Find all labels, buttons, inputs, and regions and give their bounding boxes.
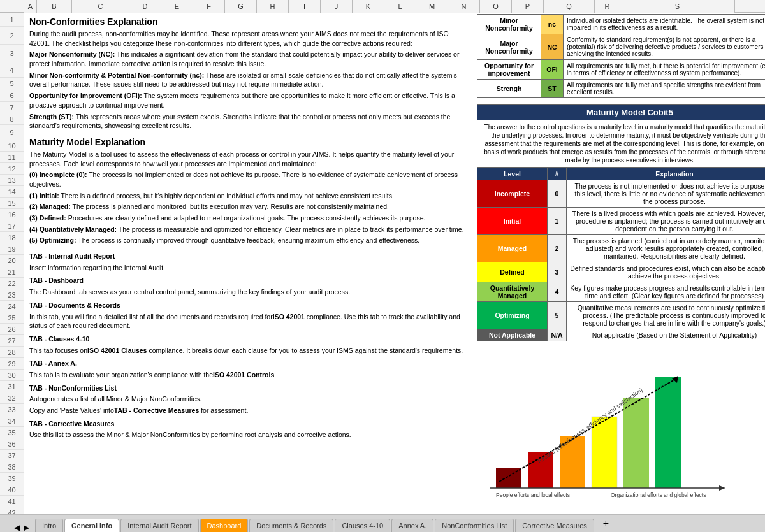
tab-clauses-title: TAB - Clauses 4-10 bbox=[29, 335, 89, 343]
tab-internal-audit-report[interactable]: Internal Audit Report bbox=[120, 519, 198, 532]
col-header-F: F bbox=[193, 0, 225, 13]
tabs-bar: ◀ ▶ IntroGeneral InfoInternal Audit Repo… bbox=[0, 514, 765, 532]
tab-general-info[interactable]: General Info bbox=[64, 519, 119, 532]
maturity-explanation: There is a lived process with which goal… bbox=[567, 208, 766, 235]
row-number-25: 25 bbox=[0, 312, 24, 324]
tab-annex-text: This tab is to evaluate your organizatio… bbox=[29, 370, 465, 380]
row-number-28: 28 bbox=[0, 347, 24, 358]
col-header-D: D bbox=[129, 0, 161, 13]
nc-ofi: Opportunity for Improvement (OFI): The s… bbox=[29, 91, 465, 110]
tab-nc-text1: Autogenerates a list of all Minor & Majo… bbox=[29, 394, 465, 404]
tab-dashboard[interactable]: Dashboard bbox=[200, 519, 249, 532]
tabs-container: IntroGeneral InfoInternal Audit ReportDa… bbox=[35, 519, 594, 532]
maturity-level: Not Applicable bbox=[477, 329, 548, 341]
tab-clauses-text: This tab focuses onISO 42001 Clauses com… bbox=[29, 346, 465, 356]
maturity-row: Optimizing5Quantitative measurements are… bbox=[477, 302, 766, 329]
col-header-E: E bbox=[161, 0, 193, 13]
nc-label: MinorNonconformity bbox=[477, 15, 541, 34]
maturity-3: (3) Defined: Procedures are clearly defi… bbox=[29, 213, 465, 223]
nav-arrows[interactable]: ◀ ▶ bbox=[13, 523, 34, 532]
maturity-level: Incomplete bbox=[477, 180, 548, 208]
nc-label: MajorNonconformity bbox=[477, 34, 541, 60]
x-label-right: Organizational efforts and global effect… bbox=[611, 492, 706, 498]
col-header-R: R bbox=[595, 0, 620, 13]
tab-clauses-4-10[interactable]: Clauses 4-10 bbox=[335, 519, 390, 532]
nc-strength: Strength (ST): This represents areas whe… bbox=[29, 112, 465, 131]
maturity-num: 4 bbox=[548, 282, 567, 302]
row-number-17: 17 bbox=[0, 220, 24, 232]
col-header-A: A bbox=[24, 0, 37, 13]
bar-3 bbox=[592, 417, 617, 488]
row-number-9: 9 bbox=[0, 125, 24, 140]
row-number-21: 21 bbox=[0, 266, 24, 278]
col-header-L: L bbox=[384, 0, 416, 13]
chart-area: Results (effectiveness, efficiency and s… bbox=[477, 348, 765, 501]
tab-cm-text: Use this list to assess the Minor & Majo… bbox=[29, 430, 465, 440]
spreadsheet: ABCDEFGHIJKLMNOPQRS 12345678910111213141… bbox=[0, 0, 765, 532]
row-number-33: 33 bbox=[0, 404, 24, 415]
nc-description: Individual or isolated defects are ident… bbox=[564, 15, 766, 34]
maturity-num: N/A bbox=[548, 329, 567, 341]
tab-annex-a.[interactable]: Annex A. bbox=[391, 519, 433, 532]
maturity-title: Maturity Model Explanation bbox=[29, 137, 145, 147]
col-header-P: P bbox=[512, 0, 544, 13]
nc-label: Opportunity forimprovement bbox=[477, 60, 541, 80]
maturity-1: (1) Initial: There is a defined process,… bbox=[29, 191, 465, 201]
tab-nc-title: TAB - NonConformities List bbox=[29, 384, 117, 392]
tab-docs-title: TAB - Documents & Records bbox=[29, 301, 120, 309]
row-number-8: 8 bbox=[0, 113, 24, 125]
col-header-H: H bbox=[257, 0, 289, 13]
nav-arrow-right[interactable]: ▶ bbox=[22, 523, 31, 532]
maturity-level: Defined bbox=[477, 262, 548, 282]
col-header-M: M bbox=[416, 0, 448, 13]
maturity-explanation: The process is planned (carried out in a… bbox=[567, 235, 766, 262]
maturity-num: 3 bbox=[548, 262, 567, 282]
right-panel: MinorNonconformityncIndividual or isolat… bbox=[477, 13, 765, 501]
maturity-row: Managed2The process is planned (carried … bbox=[477, 235, 766, 262]
col-header-B: B bbox=[37, 0, 72, 13]
row-number-12: 12 bbox=[0, 163, 24, 175]
row-number-14: 14 bbox=[0, 186, 24, 198]
row-number-34: 34 bbox=[0, 415, 24, 427]
col-header-level: Level bbox=[477, 168, 548, 180]
nc-badge: OFI bbox=[541, 60, 564, 80]
maturity-num: 1 bbox=[548, 208, 567, 235]
tab-intro[interactable]: Intro bbox=[35, 519, 63, 532]
tab-corrective-measures[interactable]: Corrective Measures bbox=[515, 519, 594, 532]
maturity-row: Defined3Defined standards and procedures… bbox=[477, 262, 766, 282]
grid-content: Non-Conformities Explanation During the … bbox=[24, 13, 765, 514]
nc-description: All requirements are fully met, but ther… bbox=[564, 60, 766, 80]
tab-nc-text2: Copy and 'Paste Values' intoTAB - Correc… bbox=[29, 406, 465, 415]
col-header-J: J bbox=[321, 0, 353, 13]
nc-table-row: StrenghSTAll requirements are fully met … bbox=[477, 80, 766, 98]
maturity-row: Not ApplicableN/ANot applicable (Based o… bbox=[477, 329, 766, 341]
tab-documents-&-records[interactable]: Documents & Records bbox=[249, 519, 333, 532]
maturity-cobit-intro: The answer to the control questions is a… bbox=[477, 120, 765, 168]
maturity-section: Maturity Model Cobit5 The answer to the … bbox=[477, 104, 765, 341]
nc-table-row: MajorNonconformityNCConformity to standa… bbox=[477, 34, 766, 60]
tab-cm-title: TAB - Corrective Measures bbox=[29, 420, 114, 428]
row-number-38: 38 bbox=[0, 461, 24, 473]
row-number-36: 36 bbox=[0, 438, 24, 450]
maturity-5: (5) Optimizing: The process is continual… bbox=[29, 236, 465, 245]
row-number-11: 11 bbox=[0, 152, 24, 163]
nc-table-row: MinorNonconformityncIndividual or isolat… bbox=[477, 15, 766, 34]
nav-arrow-left[interactable]: ◀ bbox=[13, 523, 21, 532]
maturity-explanation: Quantitative measurements are used to co… bbox=[567, 302, 766, 329]
tab-nonconformities-list[interactable]: NonConformities List bbox=[435, 519, 514, 532]
add-tab-button[interactable]: + bbox=[598, 515, 614, 532]
row-number-40: 40 bbox=[0, 484, 24, 496]
grid-area: 1234567891011121314151617181920212223242… bbox=[0, 13, 765, 514]
nc-badge: nc bbox=[541, 15, 564, 34]
nc-description: All requirements are fully met and speci… bbox=[564, 80, 766, 98]
nc-badge: NC bbox=[541, 34, 564, 60]
row-numbers: 1234567891011121314151617181920212223242… bbox=[0, 13, 24, 514]
row-number-41: 41 bbox=[0, 496, 24, 507]
nc-minor: Minor Non-conformity & Potential Non-con… bbox=[29, 71, 465, 89]
row-number-20: 20 bbox=[0, 255, 24, 266]
row-number-18: 18 bbox=[0, 232, 24, 243]
row-number-37: 37 bbox=[0, 450, 24, 461]
col-header-O: O bbox=[480, 0, 512, 13]
col-header-G: G bbox=[225, 0, 257, 13]
maturity-num: 5 bbox=[548, 302, 567, 329]
